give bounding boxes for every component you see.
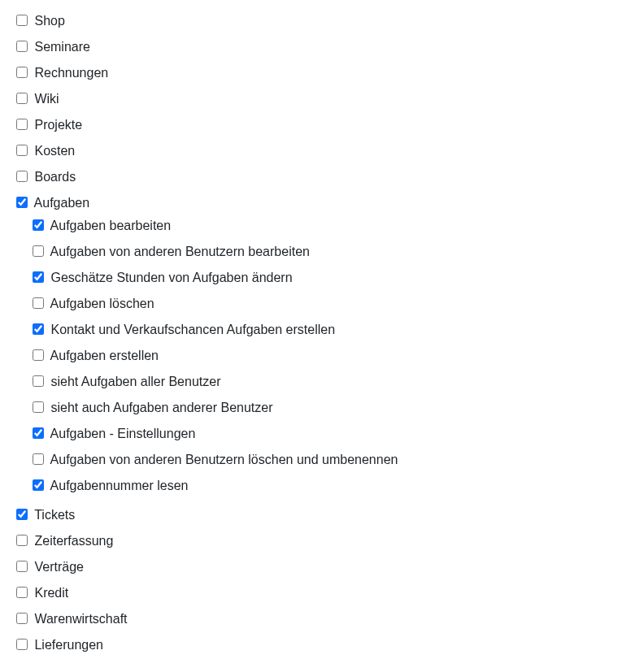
label-aufgaben-sieht-alle[interactable]: sieht Aufgaben aller Benutzer [50, 375, 220, 388]
checkbox-warenwirtschaft[interactable] [16, 613, 28, 624]
checkbox-aufgaben[interactable] [16, 197, 28, 208]
label-tickets[interactable]: Tickets [34, 508, 75, 522]
checkbox-zeiterfassung[interactable] [16, 535, 28, 546]
permission-item-kosten: Kosten [16, 138, 622, 164]
checkbox-aufgaben-kontakt[interactable] [33, 323, 44, 335]
label-kosten[interactable]: Kosten [34, 144, 75, 158]
checkbox-aufgaben-bearbeiten[interactable] [33, 219, 44, 231]
permission-item-aufgaben: Aufgaben Aufgaben bearbeiten Aufgaben vo… [16, 190, 622, 502]
permission-item-aufgaben-erstellen: Aufgaben erstellen [33, 343, 622, 369]
checkbox-shop[interactable] [16, 15, 28, 26]
checkbox-wiki[interactable] [16, 93, 28, 104]
permission-item-aufgaben-sieht-andere: sieht auch Aufgaben anderer Benutzer [33, 395, 622, 421]
label-vertraege[interactable]: Verträge [34, 560, 83, 574]
label-aufgaben-erstellen[interactable]: Aufgaben erstellen [50, 349, 159, 362]
permission-item-aufgaben-einstellungen: Aufgaben - Einstellungen [33, 421, 622, 447]
permission-item-aufgaben-nummer-lesen: Aufgabennummer lesen [33, 473, 622, 499]
checkbox-projekte[interactable] [16, 119, 28, 130]
checkbox-aufgaben-andere-loeschen[interactable] [33, 453, 44, 465]
permission-item-aufgaben-sieht-alle: sieht Aufgaben aller Benutzer [33, 369, 622, 395]
label-kredit[interactable]: Kredit [34, 586, 68, 600]
checkbox-aufgaben-loeschen[interactable] [33, 297, 44, 309]
checkbox-aufgaben-sieht-alle[interactable] [33, 375, 44, 387]
label-aufgaben-nummer-lesen[interactable]: Aufgabennummer lesen [50, 479, 189, 492]
checkbox-aufgaben-erstellen[interactable] [33, 349, 44, 361]
label-rechnungen[interactable]: Rechnungen [34, 66, 108, 80]
checkbox-kosten[interactable] [16, 145, 28, 156]
checkbox-vertraege[interactable] [16, 561, 28, 572]
checkbox-aufgaben-andere-bearbeiten[interactable] [33, 245, 44, 257]
checkbox-rechnungen[interactable] [16, 67, 28, 78]
label-wiki[interactable]: Wiki [34, 92, 59, 106]
permission-item-kredit: Kredit [16, 580, 622, 606]
label-aufgaben[interactable]: Aufgaben [34, 196, 90, 210]
checkbox-lieferungen[interactable] [16, 639, 28, 650]
permission-item-vertraege: Verträge [16, 554, 622, 580]
label-boards[interactable]: Boards [34, 170, 76, 184]
permission-item-aufgaben-andere-bearbeiten: Aufgaben von anderen Benutzern bearbeite… [33, 239, 622, 265]
label-aufgaben-kontakt[interactable]: Kontakt und Verkaufschancen Aufgaben ers… [50, 323, 335, 336]
aufgaben-sublist: Aufgaben bearbeiten Aufgaben von anderen… [16, 213, 622, 499]
label-aufgaben-andere-bearbeiten[interactable]: Aufgaben von anderen Benutzern bearbeite… [50, 245, 310, 258]
checkbox-boards[interactable] [16, 171, 28, 182]
permission-item-boards: Boards [16, 164, 622, 190]
label-shop[interactable]: Shop [34, 14, 64, 28]
checkbox-kredit[interactable] [16, 587, 28, 598]
checkbox-aufgaben-nummer-lesen[interactable] [33, 479, 44, 491]
permission-item-projekte: Projekte [16, 112, 622, 138]
label-aufgaben-stunden[interactable]: Geschätze Stunden von Aufgaben ändern [50, 271, 292, 284]
permission-item-wiki: Wiki [16, 86, 622, 112]
permission-item-lieferungen: Lieferungen [16, 632, 622, 658]
permission-item-shop: Shop [16, 8, 622, 34]
permission-item-warenwirtschaft: Warenwirtschaft [16, 606, 622, 632]
permission-item-tickets: Tickets [16, 502, 622, 528]
label-lieferungen[interactable]: Lieferungen [34, 638, 103, 652]
label-zeiterfassung[interactable]: Zeiterfassung [34, 534, 113, 548]
label-seminare[interactable]: Seminare [34, 40, 89, 54]
permission-item-seminare: Seminare [16, 34, 622, 60]
permission-item-aufgaben-kontakt: Kontakt und Verkaufschancen Aufgaben ers… [33, 317, 622, 343]
label-aufgaben-bearbeiten[interactable]: Aufgaben bearbeiten [50, 219, 172, 232]
permission-item-rechnungen: Rechnungen [16, 60, 622, 86]
label-warenwirtschaft[interactable]: Warenwirtschaft [34, 612, 127, 626]
label-aufgaben-loeschen[interactable]: Aufgaben löschen [50, 297, 154, 310]
checkbox-seminare[interactable] [16, 41, 28, 52]
label-aufgaben-andere-loeschen[interactable]: Aufgaben von anderen Benutzern löschen u… [50, 453, 398, 466]
label-aufgaben-sieht-andere[interactable]: sieht auch Aufgaben anderer Benutzer [50, 401, 272, 414]
checkbox-aufgaben-sieht-andere[interactable] [33, 401, 44, 413]
permission-item-aufgaben-andere-loeschen: Aufgaben von anderen Benutzern löschen u… [33, 447, 622, 473]
label-projekte[interactable]: Projekte [34, 118, 82, 132]
permissions-tree: Shop Seminare Rechnungen Wiki Projekte K… [16, 8, 622, 658]
checkbox-aufgaben-stunden[interactable] [33, 271, 44, 283]
permission-item-aufgaben-loeschen: Aufgaben löschen [33, 291, 622, 317]
checkbox-tickets[interactable] [16, 509, 28, 520]
permission-item-zeiterfassung: Zeiterfassung [16, 528, 622, 554]
label-aufgaben-einstellungen[interactable]: Aufgaben - Einstellungen [50, 427, 196, 440]
permission-item-aufgaben-bearbeiten: Aufgaben bearbeiten [33, 213, 622, 239]
permission-item-aufgaben-stunden: Geschätze Stunden von Aufgaben ändern [33, 265, 622, 291]
checkbox-aufgaben-einstellungen[interactable] [33, 427, 44, 439]
